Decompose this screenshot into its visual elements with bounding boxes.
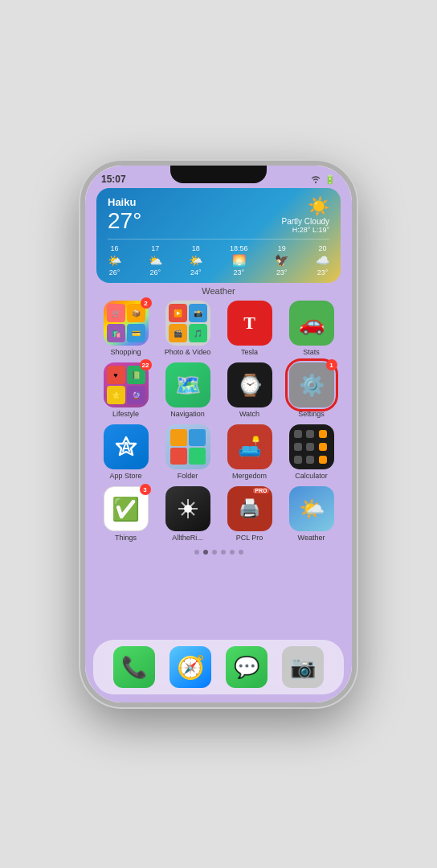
app-tesla[interactable]: T Tesla [220, 301, 279, 356]
app-settings[interactable]: ⚙️ 1 Settings [282, 362, 341, 418]
app-appstore[interactable]: A App Store [96, 424, 155, 480]
lifestyle-badge: 22 [140, 359, 152, 371]
photo-video-icon: ▶️ 📸 🎬 🎵 [165, 301, 210, 346]
watch-label: Watch [239, 410, 259, 418]
app-shopping[interactable]: 🛒 📦 🛍️ 💳 2 Shopping [96, 301, 155, 356]
app-grid: 🛒 📦 🛍️ 💳 2 Shopping ▶️ 📸 [96, 301, 341, 542]
forecast-item: 16 🌤️ 26° [108, 244, 121, 276]
page-dot-4[interactable] [221, 550, 226, 555]
app-lifestyle[interactable]: ♥ 📗 ⭐ 🔮 22 Lifestyle [96, 362, 155, 418]
weather-condition: Partly Cloudy [282, 217, 329, 226]
appstore-label: App Store [109, 472, 141, 480]
settings-icon: ⚙️ 1 [289, 362, 334, 407]
alltheri-label: AlltheRi... [172, 534, 203, 542]
forecast-item: 17 ⛅ 26° [149, 244, 162, 276]
mergedom-label: Mergedom [232, 472, 267, 480]
widget-label: Weather [96, 286, 341, 296]
app-watch[interactable]: ⌚ Watch [220, 362, 279, 418]
weather-sun-icon: ☀️ [282, 196, 329, 217]
notch [170, 166, 267, 183]
forecast-item: 18 🌤️ 24° [189, 244, 202, 276]
app-things[interactable]: ✅ 3 Things [96, 486, 155, 542]
calculator-label: Calculator [295, 472, 328, 480]
dock-safari[interactable]: 🧭 [169, 646, 211, 688]
dock-messages[interactable]: 💬 [226, 646, 268, 688]
stats-label: Stats [303, 348, 320, 356]
stats-icon: 🚗 [289, 301, 334, 346]
mergedom-icon: 🛋️ [227, 424, 272, 469]
weather-high: H:28° L:19° [282, 226, 329, 234]
phone-screen: 15:07 🔋 Haiku 27° [85, 166, 352, 702]
pcl-pro-icon: 🖨️ PRO [227, 486, 272, 531]
appstore-icon: A [104, 424, 149, 469]
watch-icon: ⌚ [227, 362, 272, 407]
weather-widget[interactable]: Haiku 27° ☀️ Partly Cloudy H:28° L:19° 1… [96, 188, 341, 283]
phone-frame: 15:07 🔋 Haiku 27° [80, 161, 357, 707]
weather-label: Weather [298, 534, 325, 542]
app-alltheri[interactable]: AlltheRi... [158, 486, 217, 542]
forecast-item: 20 ☁️ 23° [316, 244, 329, 276]
calculator-icon [289, 424, 334, 469]
things-badge: 3 [140, 484, 151, 495]
things-label: Things [115, 534, 137, 542]
things-icon: ✅ 3 [104, 486, 149, 531]
dock: 📞 🧭 💬 📷 [93, 640, 344, 694]
wifi-icon [310, 175, 321, 183]
folder-label: Folder [178, 472, 198, 480]
folder-icon [165, 424, 210, 469]
svg-point-1 [184, 505, 192, 513]
weather-forecast: 16 🌤️ 26° 17 ⛅ 26° 18 🌤️ 24° [108, 239, 329, 276]
forecast-item: 19 🦅 23° [275, 244, 288, 276]
pcl-pro-label: PCL Pro [236, 534, 263, 542]
weather-app-icon: 🌤️ [289, 486, 334, 531]
navigation-icon: 🗺️ [165, 362, 210, 407]
status-time: 15:07 [101, 174, 126, 185]
shopping-icon: 🛒 📦 🛍️ 💳 2 [104, 301, 149, 346]
shopping-badge: 2 [141, 297, 152, 309]
app-weather[interactable]: 🌤️ Weather [282, 486, 341, 542]
page-dot-5[interactable] [230, 550, 235, 555]
weather-temp: 27° [108, 208, 141, 234]
page-dot-6[interactable] [239, 550, 243, 555]
app-pcl-pro[interactable]: 🖨️ PRO PCL Pro [220, 486, 279, 542]
tesla-label: Tesla [241, 348, 258, 356]
settings-badge: 1 [326, 359, 337, 371]
lifestyle-icon: ♥ 📗 ⭐ 🔮 22 [104, 362, 149, 407]
app-navigation[interactable]: 🗺️ Navigation [158, 362, 217, 418]
app-photo-video[interactable]: ▶️ 📸 🎬 🎵 Photo & Video [158, 301, 217, 356]
lifestyle-label: Lifestyle [112, 410, 139, 418]
app-calculator[interactable]: Calculator [282, 424, 341, 480]
tesla-icon: T [227, 301, 272, 346]
shopping-label: Shopping [110, 348, 141, 356]
page-dot-2[interactable] [203, 550, 208, 555]
dock-camera[interactable]: 📷 [282, 646, 324, 688]
app-folder[interactable]: Folder [158, 424, 217, 480]
battery-icon: 🔋 [325, 174, 336, 185]
app-mergedom[interactable]: 🛋️ Mergedom [220, 424, 279, 480]
svg-text:A: A [121, 440, 131, 454]
screen-content: Haiku 27° ☀️ Partly Cloudy H:28° L:19° 1… [85, 188, 352, 637]
weather-city: Haiku [108, 196, 141, 208]
app-stats[interactable]: 🚗 Stats [282, 301, 341, 356]
dock-phone[interactable]: 📞 [113, 646, 155, 688]
alltheri-icon [165, 486, 210, 531]
status-icons: 🔋 [310, 174, 336, 185]
navigation-label: Navigation [170, 410, 205, 418]
forecast-item: 18:56 🌅 23° [230, 244, 248, 276]
page-dot-3[interactable] [212, 550, 217, 555]
photo-video-label: Photo & Video [165, 348, 210, 356]
page-dots [96, 550, 341, 555]
page-dot-1[interactable] [194, 550, 199, 555]
